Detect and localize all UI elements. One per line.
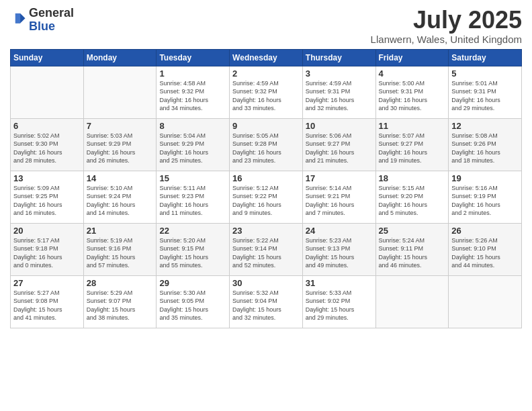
calendar-cell: 8Sunrise: 5:04 AM Sunset: 9:29 PM Daylig… (157, 118, 230, 171)
day-number: 29 (159, 278, 226, 288)
calendar-cell (375, 275, 449, 328)
calendar-cell: 5Sunrise: 5:01 AM Sunset: 9:31 PM Daylig… (449, 66, 522, 118)
calendar-cell: 15Sunrise: 5:11 AM Sunset: 9:23 PM Dayli… (157, 171, 230, 223)
day-number: 2 (232, 68, 300, 79)
day-number: 27 (13, 278, 81, 288)
day-info: Sunrise: 5:02 AM Sunset: 9:30 PM Dayligh… (13, 132, 81, 165)
day-number: 18 (379, 173, 446, 183)
day-info: Sunrise: 5:07 AM Sunset: 9:27 PM Dayligh… (379, 132, 446, 165)
day-number: 11 (379, 121, 446, 131)
calendar-cell: 16Sunrise: 5:12 AM Sunset: 9:22 PM Dayli… (230, 171, 303, 223)
weekday-header-row: SundayMondayTuesdayWednesdayThursdayFrid… (11, 49, 522, 66)
day-info: Sunrise: 5:09 AM Sunset: 9:25 PM Dayligh… (13, 184, 81, 218)
day-info: Sunrise: 5:20 AM Sunset: 9:15 PM Dayligh… (159, 236, 226, 270)
day-number: 24 (306, 226, 373, 236)
calendar-cell: 13Sunrise: 5:09 AM Sunset: 9:25 PM Dayli… (11, 171, 84, 223)
day-info: Sunrise: 5:19 AM Sunset: 9:16 PM Dayligh… (87, 236, 154, 270)
day-number: 8 (159, 121, 226, 131)
calendar-cell: 20Sunrise: 5:17 AM Sunset: 9:18 PM Dayli… (11, 223, 84, 275)
page-container: General Blue July 2025 Llanwern, Wales, … (0, 0, 532, 335)
calendar-cell: 30Sunrise: 5:32 AM Sunset: 9:04 PM Dayli… (230, 275, 303, 328)
calendar-cell: 12Sunrise: 5:08 AM Sunset: 9:26 PM Dayli… (449, 118, 522, 171)
month-title: July 2025 (371, 7, 522, 34)
day-info: Sunrise: 5:08 AM Sunset: 9:26 PM Dayligh… (451, 132, 519, 165)
day-info: Sunrise: 5:05 AM Sunset: 9:28 PM Dayligh… (232, 132, 300, 165)
calendar-cell: 4Sunrise: 5:00 AM Sunset: 9:31 PM Daylig… (375, 66, 449, 118)
day-number: 25 (379, 226, 446, 236)
logo: General Blue (10, 7, 74, 34)
calendar-cell: 10Sunrise: 5:06 AM Sunset: 9:27 PM Dayli… (302, 118, 375, 171)
calendar-table: SundayMondayTuesdayWednesdayThursdayFrid… (10, 49, 522, 328)
day-info: Sunrise: 5:24 AM Sunset: 9:11 PM Dayligh… (379, 236, 446, 270)
calendar-cell: 27Sunrise: 5:27 AM Sunset: 9:08 PM Dayli… (11, 275, 84, 328)
weekday-header-thursday: Thursday (302, 49, 375, 66)
day-number: 31 (306, 278, 373, 288)
day-info: Sunrise: 5:04 AM Sunset: 9:29 PM Dayligh… (159, 132, 226, 165)
day-number: 20 (13, 226, 81, 236)
calendar-cell: 19Sunrise: 5:16 AM Sunset: 9:19 PM Dayli… (449, 171, 522, 223)
calendar-cell: 25Sunrise: 5:24 AM Sunset: 9:11 PM Dayli… (375, 223, 449, 275)
day-info: Sunrise: 5:22 AM Sunset: 9:14 PM Dayligh… (232, 236, 300, 270)
day-number: 26 (451, 226, 519, 236)
weekday-header-saturday: Saturday (449, 49, 522, 66)
day-number: 4 (379, 68, 446, 79)
day-info: Sunrise: 5:26 AM Sunset: 9:10 PM Dayligh… (451, 236, 519, 270)
weekday-header-friday: Friday (375, 49, 449, 66)
day-number: 5 (451, 68, 519, 79)
calendar-cell: 31Sunrise: 5:33 AM Sunset: 9:02 PM Dayli… (302, 275, 375, 328)
day-info: Sunrise: 5:17 AM Sunset: 9:18 PM Dayligh… (13, 236, 81, 270)
header: General Blue July 2025 Llanwern, Wales, … (10, 7, 522, 45)
calendar-cell: 23Sunrise: 5:22 AM Sunset: 9:14 PM Dayli… (230, 223, 303, 275)
day-number: 15 (159, 173, 226, 183)
calendar-cell: 2Sunrise: 4:59 AM Sunset: 9:32 PM Daylig… (230, 66, 303, 118)
logo-icon (11, 11, 26, 26)
day-number: 21 (87, 226, 154, 236)
day-info: Sunrise: 5:16 AM Sunset: 9:19 PM Dayligh… (451, 184, 519, 218)
weekday-header-tuesday: Tuesday (157, 49, 230, 66)
day-info: Sunrise: 5:00 AM Sunset: 9:31 PM Dayligh… (379, 79, 446, 113)
calendar-cell: 24Sunrise: 5:23 AM Sunset: 9:13 PM Dayli… (302, 223, 375, 275)
calendar-week-row: 6Sunrise: 5:02 AM Sunset: 9:30 PM Daylig… (11, 118, 522, 171)
day-info: Sunrise: 5:12 AM Sunset: 9:22 PM Dayligh… (232, 184, 300, 218)
day-number: 6 (13, 121, 81, 131)
day-number: 23 (232, 226, 300, 236)
logo-general: General (29, 6, 74, 19)
calendar-week-row: 1Sunrise: 4:58 AM Sunset: 9:32 PM Daylig… (11, 66, 522, 118)
day-info: Sunrise: 4:59 AM Sunset: 9:31 PM Dayligh… (306, 79, 373, 113)
calendar-week-row: 27Sunrise: 5:27 AM Sunset: 9:08 PM Dayli… (11, 275, 522, 328)
day-number: 17 (306, 173, 373, 183)
day-number: 30 (232, 278, 300, 288)
calendar-cell: 14Sunrise: 5:10 AM Sunset: 9:24 PM Dayli… (83, 171, 157, 223)
day-number: 28 (87, 278, 154, 288)
calendar-cell: 29Sunrise: 5:30 AM Sunset: 9:05 PM Dayli… (157, 275, 230, 328)
calendar-cell (449, 275, 522, 328)
day-info: Sunrise: 5:01 AM Sunset: 9:31 PM Dayligh… (451, 79, 519, 113)
calendar-cell: 18Sunrise: 5:15 AM Sunset: 9:20 PM Dayli… (375, 171, 449, 223)
calendar-cell: 3Sunrise: 4:59 AM Sunset: 9:31 PM Daylig… (302, 66, 375, 118)
calendar-cell: 7Sunrise: 5:03 AM Sunset: 9:29 PM Daylig… (83, 118, 157, 171)
day-info: Sunrise: 5:27 AM Sunset: 9:08 PM Dayligh… (13, 289, 81, 322)
calendar-cell: 21Sunrise: 5:19 AM Sunset: 9:16 PM Dayli… (83, 223, 157, 275)
day-number: 1 (159, 68, 226, 79)
title-block: July 2025 Llanwern, Wales, United Kingdo… (371, 7, 522, 45)
day-number: 9 (232, 121, 300, 131)
calendar-cell: 26Sunrise: 5:26 AM Sunset: 9:10 PM Dayli… (449, 223, 522, 275)
day-number: 10 (306, 121, 373, 131)
day-number: 14 (87, 173, 154, 183)
day-info: Sunrise: 5:32 AM Sunset: 9:04 PM Dayligh… (232, 289, 300, 322)
calendar-cell: 6Sunrise: 5:02 AM Sunset: 9:30 PM Daylig… (11, 118, 84, 171)
calendar-week-row: 20Sunrise: 5:17 AM Sunset: 9:18 PM Dayli… (11, 223, 522, 275)
day-info: Sunrise: 5:23 AM Sunset: 9:13 PM Dayligh… (306, 236, 373, 270)
day-number: 13 (13, 173, 81, 183)
weekday-header-wednesday: Wednesday (230, 49, 303, 66)
day-number: 16 (232, 173, 300, 183)
day-info: Sunrise: 4:58 AM Sunset: 9:32 PM Dayligh… (159, 79, 226, 113)
day-number: 19 (451, 173, 519, 183)
calendar-cell (11, 66, 84, 118)
calendar-week-row: 13Sunrise: 5:09 AM Sunset: 9:25 PM Dayli… (11, 171, 522, 223)
calendar-cell: 22Sunrise: 5:20 AM Sunset: 9:15 PM Dayli… (157, 223, 230, 275)
day-info: Sunrise: 5:11 AM Sunset: 9:23 PM Dayligh… (159, 184, 226, 218)
day-info: Sunrise: 5:30 AM Sunset: 9:05 PM Dayligh… (159, 289, 226, 322)
day-info: Sunrise: 5:06 AM Sunset: 9:27 PM Dayligh… (306, 132, 373, 165)
day-info: Sunrise: 5:14 AM Sunset: 9:21 PM Dayligh… (306, 184, 373, 218)
